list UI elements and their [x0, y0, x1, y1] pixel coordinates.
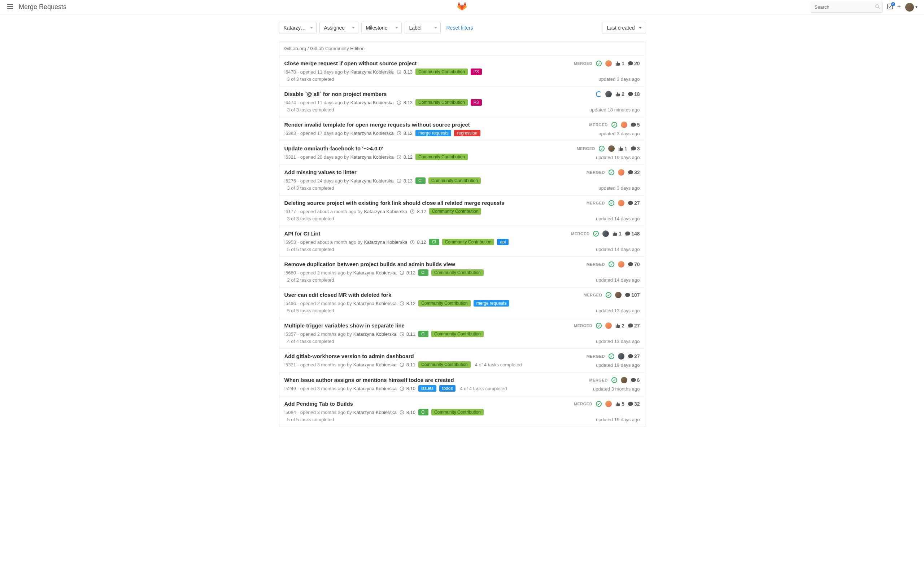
- mr-ref[interactable]: !6321: [284, 154, 296, 160]
- thumbs-up-stat[interactable]: 2: [615, 91, 624, 97]
- comments-stat[interactable]: 32: [628, 169, 640, 175]
- comments-stat[interactable]: 27: [628, 200, 640, 206]
- milestone-link[interactable]: 8.13: [404, 69, 412, 75]
- author-filter[interactable]: Katarzyna Ko…: [279, 22, 317, 34]
- milestone-link[interactable]: 8.12: [404, 154, 412, 160]
- author-link[interactable]: Katarzyna Kobierska: [351, 178, 394, 184]
- author-link[interactable]: Katarzyna Kobierska: [353, 362, 397, 367]
- mr-title[interactable]: Multiple trigger variables show in separ…: [284, 322, 528, 329]
- assignee-avatar[interactable]: [605, 60, 612, 67]
- label-api[interactable]: api: [497, 239, 509, 245]
- milestone-link[interactable]: 8.12: [417, 239, 426, 245]
- mr-ref[interactable]: !6276: [284, 178, 296, 184]
- mr-ref[interactable]: !5496: [284, 301, 296, 306]
- author-link[interactable]: Katarzyna Kobierska: [364, 209, 407, 214]
- plus-icon[interactable]: +: [897, 3, 901, 11]
- label-p3[interactable]: P3: [471, 99, 482, 106]
- comments-stat[interactable]: 148: [625, 231, 640, 237]
- ci-status-icon[interactable]: [609, 200, 614, 206]
- mr-title[interactable]: When Issue author assigns or mentions hi…: [284, 377, 528, 383]
- assignee-avatar[interactable]: [615, 292, 622, 298]
- label-community[interactable]: Community Contribution: [415, 154, 468, 160]
- reset-filters-link[interactable]: Reset filters: [446, 25, 473, 31]
- assignee-avatar[interactable]: [605, 401, 612, 407]
- mr-ref[interactable]: !5321: [284, 362, 296, 367]
- mr-ref[interactable]: !5953: [284, 239, 296, 245]
- comments-stat[interactable]: 107: [625, 292, 640, 298]
- mr-title[interactable]: Remove duplication between project build…: [284, 261, 528, 267]
- ci-status-icon[interactable]: [611, 377, 617, 383]
- label-merge-requests[interactable]: merge requests: [415, 130, 451, 136]
- comments-stat[interactable]: 3: [631, 146, 640, 152]
- thumbs-up-stat[interactable]: 5: [615, 401, 624, 407]
- milestone-link[interactable]: 8.11: [406, 362, 415, 367]
- mr-title[interactable]: Disable `@ all` for non project members: [284, 91, 528, 97]
- assignee-avatar[interactable]: [618, 200, 624, 206]
- author-link[interactable]: Katarzyna Kobierska: [351, 154, 394, 160]
- label-community[interactable]: Community Contribution: [442, 239, 494, 245]
- label-community[interactable]: Community Contribution: [418, 361, 471, 368]
- user-menu[interactable]: ▼: [905, 3, 918, 11]
- mr-ref[interactable]: !6383: [284, 131, 296, 136]
- ci-status-icon[interactable]: [609, 169, 614, 175]
- sort-dropdown[interactable]: Last created: [602, 22, 645, 34]
- ci-status-icon[interactable]: [611, 122, 617, 128]
- label-community[interactable]: Community Contribution: [418, 300, 471, 306]
- assignee-filter[interactable]: Assignee: [320, 22, 359, 34]
- comments-stat[interactable]: 20: [628, 61, 640, 66]
- mr-title[interactable]: Add Pending Tab to Builds: [284, 401, 528, 407]
- label-merge-requests[interactable]: merge requests: [473, 300, 509, 306]
- mr-title[interactable]: Update omniauth-facebook to '~>4.0.0': [284, 145, 528, 152]
- ci-status-icon[interactable]: [599, 146, 604, 152]
- label-community[interactable]: Community Contribution: [428, 177, 481, 184]
- label-community[interactable]: Community Contribution: [415, 69, 468, 75]
- label-ci[interactable]: CI: [415, 177, 426, 184]
- milestone-filter[interactable]: Milestone: [361, 22, 402, 34]
- ci-status-icon[interactable]: [596, 61, 602, 66]
- author-link[interactable]: Katarzyna Kobierska: [353, 270, 397, 276]
- milestone-link[interactable]: 8.11: [406, 331, 415, 337]
- thumbs-up-stat[interactable]: 1: [612, 231, 622, 237]
- label-ci[interactable]: CI: [418, 409, 428, 416]
- author-link[interactable]: Katarzyna Kobierska: [353, 301, 397, 306]
- label-p3[interactable]: P3: [471, 69, 482, 75]
- milestone-link[interactable]: 8.13: [404, 178, 412, 184]
- ci-status-icon[interactable]: [609, 353, 614, 359]
- ci-status-icon[interactable]: [593, 231, 599, 237]
- mr-title[interactable]: Add gitlab-workhorse version to admin da…: [284, 353, 528, 359]
- mr-title[interactable]: User can edit closed MR with deleted for…: [284, 292, 528, 298]
- author-link[interactable]: Katarzyna Kobierska: [353, 410, 397, 415]
- hamburger-icon[interactable]: [6, 3, 15, 11]
- milestone-link[interactable]: 8.10: [406, 386, 415, 391]
- mr-ref[interactable]: !5680: [284, 270, 296, 276]
- comments-stat[interactable]: 70: [628, 261, 640, 267]
- mr-title[interactable]: API for CI Lint: [284, 230, 528, 237]
- milestone-link[interactable]: 8.12: [406, 270, 415, 276]
- label-todos[interactable]: todos: [439, 385, 456, 392]
- mr-title[interactable]: Close merge request if open without sour…: [284, 60, 528, 66]
- label-community[interactable]: Community Contribution: [429, 208, 481, 214]
- label-community[interactable]: Community Contribution: [431, 331, 484, 337]
- label-ci[interactable]: CI: [418, 269, 428, 276]
- mr-title[interactable]: Add missing values to linter: [284, 169, 528, 175]
- assignee-avatar[interactable]: [618, 353, 624, 359]
- ci-status-icon[interactable]: [596, 91, 602, 97]
- assignee-avatar[interactable]: [608, 145, 615, 152]
- author-link[interactable]: Katarzyna Kobierska: [351, 100, 394, 105]
- author-link[interactable]: Katarzyna Kobierska: [353, 386, 397, 391]
- assignee-avatar[interactable]: [605, 91, 612, 97]
- label-filter[interactable]: Label: [405, 22, 441, 34]
- author-link[interactable]: Katarzyna Kobierska: [364, 239, 407, 245]
- author-link[interactable]: Katarzyna Kobierska: [351, 131, 394, 136]
- ci-status-icon[interactable]: [609, 261, 614, 267]
- comments-stat[interactable]: 27: [628, 353, 640, 359]
- assignee-avatar[interactable]: [618, 261, 624, 268]
- mr-ref[interactable]: !6177: [284, 209, 296, 214]
- milestone-link[interactable]: 8.12: [417, 209, 426, 214]
- label-issues[interactable]: issues: [418, 385, 436, 392]
- gitlab-logo-icon[interactable]: [457, 2, 467, 12]
- label-ci[interactable]: CI: [429, 239, 439, 245]
- assignee-avatar[interactable]: [618, 169, 624, 176]
- label-community[interactable]: Community Contribution: [415, 99, 468, 106]
- assignee-avatar[interactable]: [621, 377, 627, 384]
